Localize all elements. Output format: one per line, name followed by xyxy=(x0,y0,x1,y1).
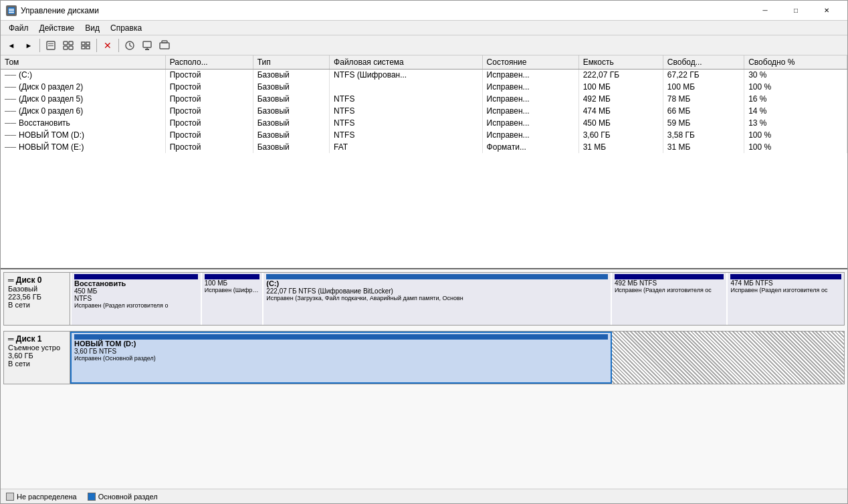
svg-rect-7 xyxy=(64,41,68,45)
svg-rect-1 xyxy=(9,9,14,10)
col-tip: Тип xyxy=(253,55,329,69)
table-cell-1-1: Простой xyxy=(165,81,253,93)
disk1-status: В сети xyxy=(8,360,66,368)
disk1-partitions: НОВЫЙ ТОМ (D:) 3,60 ГБ NTFS Исправен (Ос… xyxy=(70,331,845,384)
disk0-row: ═ Диск 0 Базовый 223,56 ГБ В сети Восста… xyxy=(3,272,845,326)
table-cell-1-6: 100 МБ xyxy=(663,81,744,93)
toolbar: ◄ ► ✕ xyxy=(1,35,847,55)
svg-rect-12 xyxy=(86,42,90,45)
menu-file[interactable]: Файл xyxy=(3,22,34,34)
disk1-part-d-size: 3,60 ГБ NTFS xyxy=(74,348,608,355)
disk0-part-c[interactable]: (C:) 222,07 ГБ NTFS (Шифрование BitLocke… xyxy=(263,273,612,325)
col-tom: Том xyxy=(1,55,165,69)
minimize-button[interactable]: ─ xyxy=(750,1,780,21)
table-cell-3-2: Базовый xyxy=(253,105,329,117)
window-title: Управление дисками xyxy=(21,6,99,15)
legend-primary-box xyxy=(88,493,96,501)
disk0-part-492-status: Исправен (Раздел изготовителя ос xyxy=(615,287,724,293)
toolbar-sep3 xyxy=(118,39,119,52)
table-cell-1-7: 100 % xyxy=(744,81,847,93)
table-cell-3-1: Простой xyxy=(165,105,253,117)
toolbar-back[interactable]: ◄ xyxy=(3,38,19,53)
table-row[interactable]: ──(C:)ПростойБазовыйNTFS (Шифрован...Исп… xyxy=(1,69,847,81)
table-cell-2-1: Простой xyxy=(165,93,253,105)
maximize-button[interactable]: □ xyxy=(780,1,811,21)
table-cell-4-6: 59 МБ xyxy=(663,117,744,129)
window-controls[interactable]: ─ □ ✕ xyxy=(750,1,842,21)
table-header-row: Том Располо... Тип Файловая система Сост… xyxy=(1,55,847,69)
toolbar-forward[interactable]: ► xyxy=(21,38,37,53)
menu-help[interactable]: Справка xyxy=(105,22,147,34)
table-cell-5-2: Базовый xyxy=(253,129,329,141)
toolbar-btn8[interactable] xyxy=(139,38,155,53)
table-row[interactable]: ──НОВЫЙ ТОМ (D:)ПростойБазовыйNTFSИсправ… xyxy=(1,129,847,141)
table-cell-0-7: 30 % xyxy=(744,69,847,81)
toolbar-sep2 xyxy=(96,39,97,52)
disk1-part-free[interactable] xyxy=(612,332,844,384)
table-row[interactable]: ──ВосстановитьПростойБазовыйNTFSИсправен… xyxy=(1,117,847,129)
table-cell-5-4: Исправен... xyxy=(482,129,578,141)
table-cell-3-6: 66 МБ xyxy=(663,105,744,117)
table-cell-0-4: Исправен... xyxy=(482,69,578,81)
toolbar-btn7[interactable] xyxy=(122,38,138,53)
legend-unallocated-label: Не распределена xyxy=(17,493,77,501)
disk0-part-restore-size: 450 МБ xyxy=(74,287,198,295)
disk0-part-474-size: 474 МБ NTFS xyxy=(730,279,841,287)
table-cell-0-6: 67,22 ГБ xyxy=(663,69,744,81)
close-button[interactable]: ✕ xyxy=(811,1,842,21)
table-cell-0-2: Базовый xyxy=(253,69,329,81)
table-row[interactable]: ──(Диск 0 раздел 6)ПростойБазовыйNTFSИсп… xyxy=(1,105,847,117)
disk-table-section: Том Располо... Тип Файловая система Сост… xyxy=(1,55,847,269)
disk0-part-492-size: 492 МБ NTFS xyxy=(615,279,724,287)
disk0-part-474[interactable]: 474 МБ NTFS Исправен (Раздел изготовител… xyxy=(728,273,844,325)
table-cell-6-5: 31 МБ xyxy=(578,141,663,153)
table-cell-0-0: ──(C:) xyxy=(1,69,165,81)
disk-table: Том Располо... Тип Файловая система Сост… xyxy=(1,55,847,153)
table-cell-5-7: 100 % xyxy=(744,129,847,141)
disk-visual-section: ═ Диск 0 Базовый 223,56 ГБ В сети Восста… xyxy=(1,269,847,490)
table-cell-6-4: Формати... xyxy=(482,141,578,153)
menubar: Файл Действие Вид Справка xyxy=(1,21,847,35)
table-row[interactable]: ──(Диск 0 раздел 2)ПростойБазовыйИсправе… xyxy=(1,81,847,93)
disk0-part-c-name: (C:) xyxy=(266,279,608,287)
disk1-name: ═ Диск 1 xyxy=(8,334,66,344)
table-cell-4-7: 13 % xyxy=(744,117,847,129)
svg-rect-14 xyxy=(86,46,90,49)
table-cell-3-5: 474 МБ xyxy=(578,105,663,117)
disk0-part-474-header xyxy=(730,274,841,279)
table-cell-6-1: Простой xyxy=(165,141,253,153)
disk0-status: В сети xyxy=(8,301,66,309)
disk0-part-474-status: Исправен (Раздел изготовителя ос xyxy=(730,287,841,293)
table-cell-4-3: NTFS xyxy=(330,117,483,129)
table-cell-2-2: Базовый xyxy=(253,93,329,105)
legend-unallocated-box xyxy=(6,493,14,501)
col-free: Свобод... xyxy=(663,55,744,69)
table-cell-1-4: Исправен... xyxy=(482,81,578,93)
table-row[interactable]: ──(Диск 0 раздел 5)ПростойБазовыйNTFSИсп… xyxy=(1,93,847,105)
disk0-part-restore-name: Восстановить xyxy=(74,279,198,287)
toolbar-btn4[interactable] xyxy=(60,38,76,53)
disk0-part-restore-fs: NTFS xyxy=(74,295,198,302)
disk0-part-c-status: Исправен (Загрузка, Файл подкачки, Авари… xyxy=(266,295,608,301)
disk1-part-d[interactable]: НОВЫЙ ТОМ (D:) 3,60 ГБ NTFS Исправен (Ос… xyxy=(70,332,612,384)
table-row[interactable]: ──НОВЫЙ ТОМ (E:)ПростойБазовыйFATФормати… xyxy=(1,141,847,153)
disk0-part-restore[interactable]: Восстановить 450 МБ NTFS Исправен (Разде… xyxy=(70,273,202,325)
table-cell-4-0: ──Восстановить xyxy=(1,117,165,129)
disk0-part-100mb[interactable]: 100 МБ Исправен (Шифрованьь xyxy=(202,273,264,325)
disk1-type: Съемное устро xyxy=(8,344,66,352)
toolbar-btn5[interactable] xyxy=(78,38,94,53)
toolbar-btn9[interactable] xyxy=(156,38,173,53)
legend-primary: Основной раздел xyxy=(88,493,158,501)
toolbar-delete[interactable]: ✕ xyxy=(100,38,116,53)
disk1-part-d-header xyxy=(74,334,608,340)
svg-rect-21 xyxy=(160,43,169,49)
table-cell-3-7: 14 % xyxy=(744,105,847,117)
menu-view[interactable]: Вид xyxy=(80,22,105,34)
disk0-part-492[interactable]: 492 МБ NTFS Исправен (Раздел изготовител… xyxy=(612,273,728,325)
disk0-part-restore-header xyxy=(74,274,198,279)
menu-action[interactable]: Действие xyxy=(34,22,80,34)
table-cell-3-0: ──(Диск 0 раздел 6) xyxy=(1,105,165,117)
table-cell-5-6: 3,58 ГБ xyxy=(663,129,744,141)
disk0-label: ═ Диск 0 Базовый 223,56 ГБ В сети xyxy=(3,272,70,326)
toolbar-btn3[interactable] xyxy=(43,38,59,53)
